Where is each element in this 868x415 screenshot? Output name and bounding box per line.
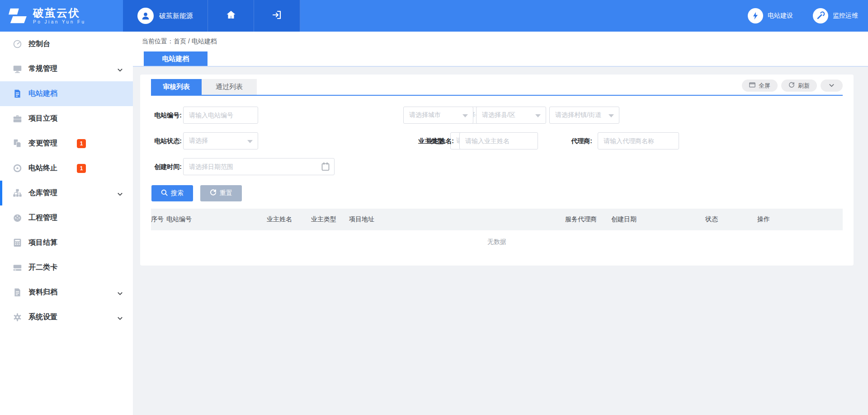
station-no-input[interactable] — [183, 107, 258, 124]
target-icon — [12, 163, 22, 173]
logout-button[interactable] — [254, 0, 300, 32]
brand-logo: 破茧云伏 Po Jian Yun Fu — [0, 0, 123, 32]
sidebar-item-station-termination[interactable]: 电站终止 1 — [0, 156, 133, 181]
refresh-icon — [788, 82, 795, 89]
brand-logo-icon — [7, 7, 28, 24]
caret-down-icon — [247, 140, 253, 143]
nav-monitoring-ops[interactable]: 监控运维 — [813, 8, 858, 23]
card-icon — [12, 263, 22, 273]
avatar — [137, 8, 154, 24]
created-time-label: 创建时间: — [150, 158, 182, 175]
nav-label: 电站建设 — [768, 12, 793, 20]
column-header: 服务代理商 — [565, 215, 611, 224]
owner-name-input[interactable] — [459, 132, 538, 149]
list-tabs: 审核列表 通过列表 全屏 刷新 — [151, 79, 843, 96]
page-tab-station-filing[interactable]: 电站建档 — [144, 51, 208, 66]
date-range-input[interactable] — [183, 158, 335, 175]
search-icon — [161, 189, 168, 197]
active-section-indicator — [0, 181, 2, 205]
breadcrumb: 当前位置：首页 / 电站建档 — [142, 37, 217, 46]
county-select[interactable]: 请选择县/区 — [476, 107, 546, 124]
calculator-icon — [12, 238, 22, 248]
sidebar-item-warehouse-mgmt[interactable]: 仓库管理 — [0, 181, 133, 205]
sidebar-item-console[interactable]: 控制台 — [0, 32, 133, 56]
home-icon — [226, 9, 236, 22]
column-header: 业主姓名 — [267, 215, 311, 224]
village-select[interactable]: 请选择村镇/街道 — [549, 107, 619, 124]
logout-icon — [272, 9, 283, 22]
column-header: 电站编号 — [166, 215, 267, 224]
column-header: 状态 — [705, 215, 757, 224]
breadcrumb-path[interactable]: 首页 / 电站建档 — [174, 37, 217, 45]
content-panel: 审核列表 通过列表 全屏 刷新 — [140, 75, 854, 266]
station-no-label: 电站编号: — [150, 107, 182, 124]
nav-station-construction[interactable]: 电站建设 — [748, 8, 793, 23]
table-header-row: 序号 电站编号 业主姓名 业主类型 项目地址 服务代理商 创建日期 状态 操作 — [151, 209, 843, 230]
dashboard-icon — [12, 39, 22, 49]
caret-down-icon — [609, 114, 614, 117]
sidebar-item-data-archiving[interactable]: 资料归档 — [0, 280, 133, 305]
sidebar-item-engineering-mgmt[interactable]: 工程管理 — [0, 205, 133, 230]
nav-label: 监控运维 — [833, 12, 858, 20]
station-status-label: 电站状态: — [150, 132, 182, 149]
refresh-button[interactable]: 刷新 — [781, 79, 817, 92]
wrench-icon — [813, 8, 828, 23]
brand-title: 破茧云伏 — [33, 7, 86, 19]
brand-subtitle: Po Jian Yun Fu — [33, 19, 86, 25]
tab-passed-list[interactable]: 通过列表 — [202, 79, 257, 95]
copy-icon — [12, 139, 22, 149]
chevron-down-icon — [117, 66, 123, 75]
sidebar-item-general-mgmt[interactable]: 常规管理 — [0, 56, 133, 81]
sidebar-item-project-initiation[interactable]: 项目立项 — [0, 106, 133, 131]
city-select[interactable]: 请选择城市 — [403, 107, 473, 124]
caret-down-icon — [462, 114, 468, 117]
document-icon — [12, 89, 22, 99]
chevron-down-icon — [117, 191, 123, 199]
home-button[interactable] — [208, 0, 254, 32]
column-header: 操作 — [757, 215, 843, 224]
lightning-icon — [748, 8, 763, 23]
sidebar-item-card-opening[interactable]: 开二类卡 — [0, 255, 133, 280]
reset-icon — [210, 189, 217, 197]
sidebar-item-project-settlement[interactable]: 项目结算 — [0, 230, 133, 255]
collapse-toolbar-button[interactable] — [821, 79, 843, 92]
column-header: 业主类型 — [311, 215, 349, 224]
chevron-down-icon — [829, 82, 835, 89]
company-name: 破茧新能源 — [159, 12, 193, 20]
fullscreen-icon — [749, 82, 755, 89]
column-header: 项目地址 — [349, 215, 565, 224]
sidebar-item-system-settings[interactable]: 系统设置 — [0, 305, 133, 330]
caret-down-icon — [535, 114, 541, 117]
column-header: 序号 — [151, 215, 166, 224]
chevron-down-icon — [117, 315, 123, 323]
top-header: 破茧云伏 Po Jian Yun Fu 破茧新能源 — [0, 0, 868, 32]
reset-button[interactable]: 重置 — [200, 185, 242, 201]
briefcase-icon — [12, 114, 22, 124]
monitor-icon — [12, 64, 22, 74]
breadcrumb-label: 当前位置： — [142, 37, 174, 45]
sitemap-icon — [12, 188, 22, 198]
owner-name-label: 业主姓名: — [418, 132, 454, 149]
empty-state-text: 无数据 — [140, 238, 854, 246]
main-content: 当前位置：首页 / 电站建档 电站建档 审核列表 通过列表 全屏 — [133, 32, 868, 415]
gauge-icon — [12, 213, 22, 223]
agent-label: 代理商: — [561, 132, 592, 149]
fullscreen-button[interactable]: 全屏 — [742, 79, 778, 92]
sidebar: 控制台 常规管理 电站建档 项目立项 变更管理 — [0, 32, 133, 415]
chevron-down-icon — [117, 290, 123, 298]
search-button[interactable]: 搜索 — [151, 185, 193, 201]
column-header: 创建日期 — [611, 215, 705, 224]
user-account[interactable]: 破茧新能源 — [123, 0, 208, 32]
sidebar-item-station-filing[interactable]: 电站建档 — [0, 81, 133, 106]
archive-file-icon — [12, 288, 22, 298]
notification-badge: 1 — [77, 139, 86, 148]
station-status-select[interactable]: 请选择 — [183, 132, 258, 149]
calendar-icon — [321, 162, 330, 173]
notification-badge: 1 — [77, 164, 86, 173]
agent-input[interactable] — [598, 132, 679, 149]
breadcrumb-bar: 当前位置：首页 / 电站建档 电站建档 — [133, 32, 868, 67]
tab-review-list[interactable]: 审核列表 — [151, 79, 202, 95]
gear-icon — [12, 312, 22, 322]
sidebar-item-change-mgmt[interactable]: 变更管理 1 — [0, 131, 133, 156]
